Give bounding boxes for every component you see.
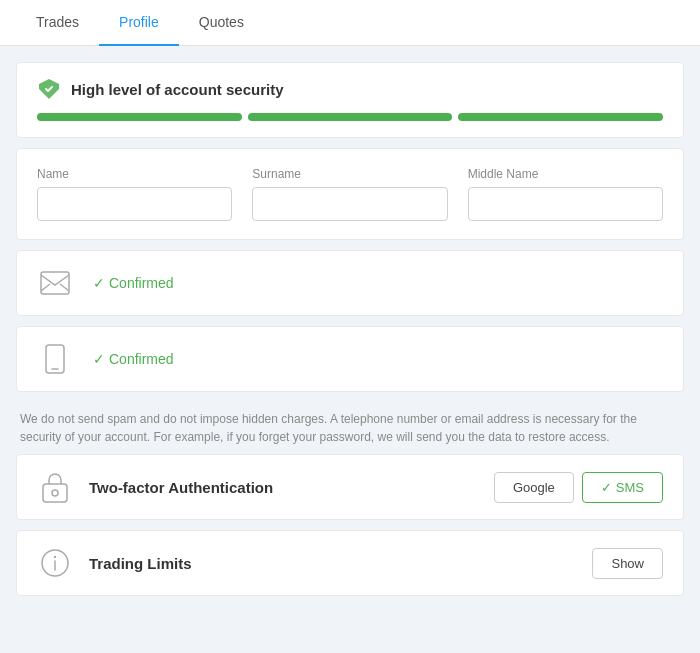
two-factor-title: Two-factor Authentication [89,479,494,496]
phone-check-icon: ✓ [93,351,105,367]
svg-line-2 [41,284,50,291]
trading-limits-title: Trading Limits [89,555,592,572]
middlename-field-group: Middle Name [468,167,663,221]
sms-check-icon: ✓ [601,480,612,495]
tab-bar: Trades Profile Quotes [0,0,700,46]
surname-field-group: Surname [252,167,447,221]
progress-bar-2 [248,113,453,121]
name-field-group: Name [37,167,232,221]
email-confirmed-text: ✓ Confirmed [93,275,174,291]
sms-button[interactable]: ✓ SMS [582,472,663,503]
svg-point-10 [54,556,56,558]
name-label: Name [37,167,232,181]
surname-input[interactable] [252,187,447,221]
two-factor-actions: Google ✓ SMS [494,472,663,503]
name-card: Name Surname Middle Name [16,148,684,240]
svg-rect-1 [41,272,69,294]
tab-trades[interactable]: Trades [16,0,99,46]
main-content: High level of account security Name Surn… [0,46,700,622]
disclaimer-text: We do not send spam and do not impose hi… [16,402,684,454]
progress-bar-3 [458,113,663,121]
surname-label: Surname [252,167,447,181]
svg-rect-6 [43,484,67,502]
tab-profile[interactable]: Profile [99,0,179,46]
tab-quotes[interactable]: Quotes [179,0,264,46]
phone-confirmed-card: ✓ Confirmed [16,326,684,392]
google-button[interactable]: Google [494,472,574,503]
two-factor-card: Two-factor Authentication Google ✓ SMS [16,454,684,520]
name-fields: Name Surname Middle Name [37,167,663,221]
middlename-label: Middle Name [468,167,663,181]
name-input[interactable] [37,187,232,221]
show-button[interactable]: Show [592,548,663,579]
middlename-input[interactable] [468,187,663,221]
security-card: High level of account security [16,62,684,138]
phone-icon [37,341,73,377]
lock-icon [37,469,73,505]
info-icon [37,545,73,581]
email-confirmed-card: ✓ Confirmed [16,250,684,316]
phone-confirmed-text: ✓ Confirmed [93,351,174,367]
email-icon [37,265,73,301]
shield-icon [37,77,61,101]
security-title: High level of account security [37,77,663,101]
svg-point-7 [52,490,58,496]
trading-limits-card: Trading Limits Show [16,530,684,596]
svg-line-3 [60,284,69,291]
progress-bars [37,113,663,121]
trading-limits-actions: Show [592,548,663,579]
progress-bar-1 [37,113,242,121]
email-check-icon: ✓ [93,275,105,291]
